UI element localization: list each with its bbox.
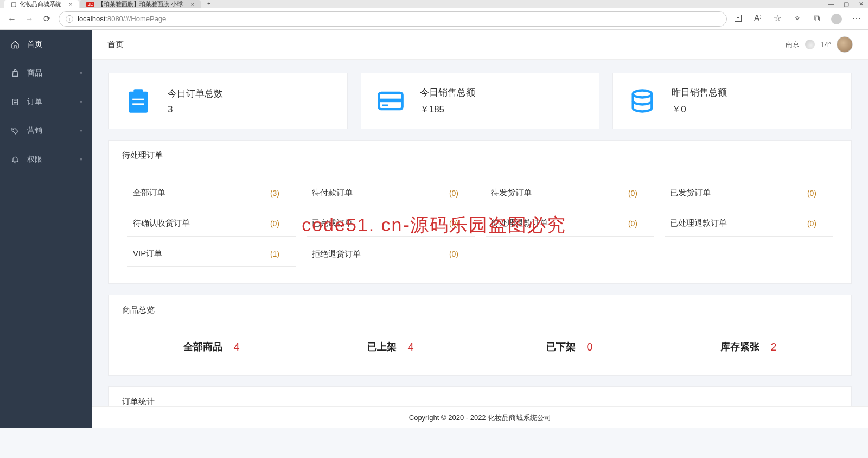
stat-value: ￥0 bbox=[672, 103, 727, 116]
sidebar-item-product[interactable]: 商品 ▾ bbox=[0, 59, 92, 87]
goods-value: 4 bbox=[233, 341, 239, 353]
collections-icon[interactable]: ✧ bbox=[792, 14, 802, 23]
reload-button[interactable]: ⟳ bbox=[41, 14, 52, 24]
goods-value: 0 bbox=[586, 341, 592, 353]
goods-all[interactable]: 全部商品4 bbox=[122, 340, 301, 353]
svg-rect-8 bbox=[382, 105, 388, 106]
pending-item-to-confirm[interactable]: 待确认收货订单(0) bbox=[127, 206, 296, 237]
avatar[interactable] bbox=[837, 36, 853, 53]
sidebar-item-order[interactable]: 订单 ▾ bbox=[0, 87, 92, 116]
forward-button: → bbox=[24, 14, 35, 24]
read-aloud-icon[interactable]: A⁾ bbox=[753, 14, 763, 23]
site-info-icon[interactable]: i bbox=[66, 15, 73, 23]
bag-icon bbox=[11, 69, 20, 78]
pending-label: 已完成订单 bbox=[312, 218, 353, 228]
clipboard-icon bbox=[124, 87, 152, 115]
maximize-icon[interactable]: ▢ bbox=[844, 1, 849, 8]
sidebar-item-label: 首页 bbox=[27, 40, 42, 49]
goods-value: 2 bbox=[770, 341, 776, 353]
pending-item-shipped[interactable]: 已发货订单(0) bbox=[665, 176, 833, 206]
pending-label: 已发货订单 bbox=[670, 188, 711, 198]
pending-count: (0) bbox=[807, 219, 816, 228]
stat-card-yesterday-sales: 昨日销售总额 ￥0 bbox=[612, 73, 852, 129]
stat-value: ￥185 bbox=[420, 103, 475, 116]
svg-point-9 bbox=[633, 91, 652, 98]
pending-item-vip[interactable]: VIP订单(1) bbox=[127, 237, 296, 267]
favorite-icon[interactable]: ☆ bbox=[773, 14, 782, 23]
chevron-down-icon: ▾ bbox=[80, 99, 82, 105]
pending-orders-panel: 待处理订单 全部订单(3) 待付款订单(0) 待发货订单(0) 已发货订单(0)… bbox=[108, 140, 852, 284]
goods-label: 已上架 bbox=[367, 340, 397, 353]
pending-count: (0) bbox=[449, 219, 458, 228]
stat-label: 今日销售总额 bbox=[420, 86, 475, 99]
svg-rect-3 bbox=[133, 89, 143, 95]
browser-tab-strip: ▢ 化妆品商城系统 × JD 【珀莱雅面膜】珀莱雅面膜 小球 × + — ▢ ✕ bbox=[0, 0, 868, 8]
stat-label: 昨日销售总额 bbox=[672, 86, 727, 99]
browser-toolbar: ← → ⟳ i localhost:8080/#/HomePage ⚿ A⁾ ☆… bbox=[0, 8, 868, 30]
goods-overview-panel: 商品总览 全部商品4 已上架4 已下架0 库存紧张2 bbox=[108, 295, 852, 376]
home-icon bbox=[11, 40, 20, 49]
browser-tab-inactive[interactable]: JD 【珀莱雅面膜】珀莱雅面膜 小球 × bbox=[80, 0, 201, 8]
tab-close-icon[interactable]: × bbox=[191, 1, 194, 8]
sidebar-item-label: 订单 bbox=[27, 97, 42, 107]
pending-item-refund-done[interactable]: 已处理退款订单(0) bbox=[665, 206, 833, 237]
chevron-down-icon: ▾ bbox=[80, 70, 82, 76]
pending-count: (0) bbox=[807, 189, 816, 198]
pending-label: 全部订单 bbox=[133, 188, 165, 198]
key-icon[interactable]: ⚿ bbox=[733, 14, 743, 23]
pending-label: 已处理退款订单 bbox=[670, 218, 727, 228]
database-icon bbox=[628, 87, 656, 115]
pending-item-refund-pending[interactable]: 待处理退款订单(0) bbox=[486, 206, 654, 237]
minimize-icon[interactable]: — bbox=[828, 1, 834, 8]
new-tab-button[interactable]: + bbox=[202, 0, 216, 8]
svg-rect-5 bbox=[132, 103, 144, 105]
goods-label: 已下架 bbox=[546, 340, 576, 353]
pending-count: (3) bbox=[270, 189, 279, 198]
more-icon[interactable]: ⋯ bbox=[852, 14, 861, 23]
card-icon bbox=[376, 87, 405, 115]
pending-item-completed[interactable]: 已完成订单(0) bbox=[307, 206, 475, 237]
order-stats-panel: 订单统计 本月涨幅 下降 ◉ 订单数量 ○ 订单金额 📅 2022 11 01 … bbox=[108, 386, 852, 406]
address-bar[interactable]: i localhost:8080/#/HomePage bbox=[59, 11, 727, 27]
goods-on-shelf[interactable]: 已上架4 bbox=[301, 340, 480, 353]
pending-count: (0) bbox=[628, 189, 637, 198]
copyright: Copyright © 2020 - 2022 化妆品商城系统公司 bbox=[409, 413, 551, 423]
pending-item-unpaid[interactable]: 待付款订单(0) bbox=[307, 176, 475, 206]
pending-label: VIP订单 bbox=[133, 249, 162, 259]
tab-close-icon[interactable]: × bbox=[69, 1, 72, 8]
back-button[interactable]: ← bbox=[7, 14, 17, 24]
pending-item-all[interactable]: 全部订单(3) bbox=[127, 176, 296, 206]
goods-label: 全部商品 bbox=[183, 340, 222, 353]
sidebar-item-permission[interactable]: 权限 ▾ bbox=[0, 145, 92, 174]
tab-title: 【珀莱雅面膜】珀莱雅面膜 小球 bbox=[98, 0, 183, 8]
pending-count: (0) bbox=[449, 189, 458, 198]
sidebar-item-label: 权限 bbox=[27, 155, 42, 164]
svg-point-1 bbox=[13, 129, 14, 129]
close-icon[interactable]: ✕ bbox=[859, 1, 864, 8]
chevron-down-icon: ▾ bbox=[80, 156, 82, 162]
sidebar: 首页 商品 ▾ 订单 ▾ 营销 ▾ 权限 ▾ bbox=[0, 30, 92, 428]
pending-item-refuse-return[interactable]: 拒绝退货订单(0) bbox=[307, 237, 475, 267]
list-icon bbox=[11, 98, 20, 106]
panel-title: 待处理订单 bbox=[109, 141, 851, 170]
weather-icon bbox=[805, 40, 815, 49]
topbar: 首页 南京 14° bbox=[92, 30, 868, 60]
sidebar-item-home[interactable]: 首页 bbox=[0, 30, 92, 59]
goods-off-shelf[interactable]: 已下架0 bbox=[480, 340, 659, 353]
sidebar-item-marketing[interactable]: 营销 ▾ bbox=[0, 116, 92, 145]
profile-icon[interactable] bbox=[831, 14, 842, 24]
pending-label: 待付款订单 bbox=[312, 188, 353, 198]
goods-low-stock[interactable]: 库存紧张2 bbox=[659, 340, 838, 353]
extensions-icon[interactable]: ⧉ bbox=[812, 14, 821, 23]
tag-icon bbox=[11, 126, 20, 135]
svg-rect-7 bbox=[379, 99, 402, 103]
pending-label: 待确认收货订单 bbox=[133, 218, 190, 228]
weather-city: 南京 bbox=[786, 40, 800, 49]
sidebar-item-label: 商品 bbox=[27, 68, 42, 78]
browser-tab-active[interactable]: ▢ 化妆品商城系统 × bbox=[4, 0, 79, 8]
panel-title: 订单统计 bbox=[109, 387, 851, 406]
content-area: 今日订单总数 3 今日销售总额 ￥185 bbox=[92, 60, 868, 406]
pending-item-unshipped[interactable]: 待发货订单(0) bbox=[486, 176, 654, 206]
stat-card-today-sales: 今日销售总额 ￥185 bbox=[361, 73, 600, 129]
goods-value: 4 bbox=[407, 341, 413, 353]
